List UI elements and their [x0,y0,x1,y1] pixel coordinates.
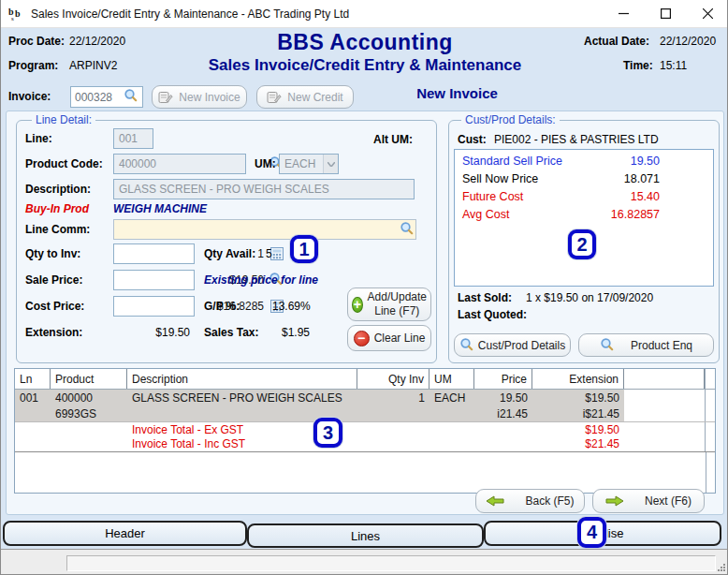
arrow-right-icon [605,495,624,507]
clear-line-button[interactable]: − Clear Line [347,325,431,351]
price-row-value: 16.82857 [611,208,660,226]
actual-date-label: Actual Date: [584,35,649,48]
gp-label: G/P %: [204,300,240,313]
table-scroll-strip[interactable] [705,436,714,451]
price-row-value: 19.50 [631,155,660,172]
sale-price-label: Sale Price: [25,273,82,287]
annotation-badge-1: 1 [290,235,318,263]
col-header-ln: Ln [15,369,51,389]
line-comm-label: Line Comm: [25,223,90,236]
tab-header[interactable]: Header [3,521,247,546]
resize-grip[interactable] [717,563,726,572]
cell-product-alt: 6993GS [51,405,127,421]
invoice-lines-table: Ln Product Description Qty Inv UM Price … [14,368,716,494]
table-scroll-strip[interactable] [705,422,714,436]
invoice-search-icon[interactable] [124,88,138,106]
svg-text:s: s [11,15,14,22]
um-value: EACH [280,157,323,170]
total-row-inc-gst: Invoice Total - Inc GST $21.45 [15,436,715,451]
next-button[interactable]: Next (F6) [592,489,705,513]
back-button[interactable]: Back (F5) [475,489,585,513]
cell-price-inc: i21.45 [474,405,532,421]
cell-price: 19.50 [474,390,532,405]
product-note: WEIGH MACHINE [113,202,207,215]
sales-tax-value: $1.95 [263,326,310,339]
cost-price-input[interactable] [114,297,269,316]
line-comm-input[interactable] [114,220,400,239]
line-detail-legend: Line Detail: [32,113,95,126]
maximize-button[interactable] [645,0,687,28]
cell-product: 400000 [51,390,127,405]
cust-prod-legend: Cust/Prod Details: [461,113,560,126]
total-inc-gst-value: $21.45 [532,436,624,451]
price-row-label: Standard Sell Price [462,155,562,172]
new-document-icon [267,91,282,104]
sale-price-field-wrap [113,270,195,290]
tab-lines[interactable]: Lines [247,523,484,548]
cost-price-field-wrap [113,296,195,317]
next-button-label: Next (F6) [645,494,692,508]
price-row-label: Avg Cost [462,208,510,226]
new-invoice-button-label: New Invoice [179,91,240,104]
invoice-number-input[interactable] [71,87,124,107]
price-row: Avg Cost 16.82857 [462,208,660,226]
total-row-ex-gst: Invoice Total - Ex GST $19.50 [15,421,715,436]
annotation-badge-2: 2 [568,229,596,259]
table-empty-area [15,451,715,494]
price-row-label: Sell Now Price [462,172,538,190]
search-icon [459,337,473,354]
product-code-field-wrap [113,154,246,174]
extension-label: Extension: [25,326,82,339]
buy-in-prod-flag: Buy-In Prod [25,202,89,215]
cell-spacer [624,390,705,405]
arrow-left-icon [486,495,504,507]
table-scroll-strip[interactable] [705,405,714,421]
table-row-continued[interactable]: 6993GS i21.45 i$21.45 [15,405,715,421]
line-number-field [113,128,153,149]
app-icon: b s b [8,6,25,22]
cust-prod-details-label: Cust/Prod Details [478,339,565,352]
app-subtitle: Sales Invoice/Credit Entry & Maintenance [1,56,728,75]
line-comm-search-icon[interactable] [400,221,414,239]
table-scroll-strip[interactable] [705,369,714,389]
line-comm-field-wrap [113,219,416,240]
cust-prod-details-button[interactable]: Cust/Prod Details [454,333,571,357]
qty-field-wrap [113,243,195,264]
product-enq-label: Product Enq [631,339,692,352]
tab-lines-label: Lines [351,529,380,543]
product-enq-button[interactable]: Product Enq [578,333,714,357]
line-label: Line: [25,132,52,145]
invoice-label: Invoice: [8,90,51,103]
close-button[interactable] [687,0,728,28]
col-header-description: Description [127,369,357,389]
time-value: 15:11 [660,59,687,72]
description-field [113,179,415,199]
description-label: Description: [25,183,91,196]
qty-to-inv-label: Qty to Inv: [25,247,80,260]
gp-value: 13.69% [272,300,311,313]
um-label: UM: [255,157,276,170]
last-quoted-label: Last Quoted: [458,308,527,321]
table-row[interactable]: 001 400000 GLASS SCREEN - PRO WEIGH SCAL… [15,390,715,405]
window-title: Sales Invoice/Credit Entry & Maintenance… [31,7,349,21]
qty-avail-label: Qty Avail: [204,247,255,260]
price-row: Future Cost 15.40 [462,190,660,208]
last-sold-label: Last Sold: [458,291,512,304]
mode-text: New Invoice [366,85,548,101]
search-icon [600,337,614,354]
status-bar [1,549,728,575]
col-header-product: Product [51,369,127,389]
status-message-panel [66,555,716,571]
add-update-line-button[interactable]: + Add/Update Line (F7) [347,288,431,321]
plus-icon: + [352,297,363,313]
table-scroll-strip[interactable] [705,390,714,405]
actual-date-value: 22/12/2020 [660,35,716,48]
new-invoice-button: New Invoice [152,85,247,109]
calculator-icon[interactable] [270,247,284,260]
total-ex-gst-value: $19.50 [532,422,624,436]
add-update-line-label-1: Add/Update [368,290,427,304]
table-scroll-strip [706,452,706,494]
minimize-button[interactable] [603,0,645,28]
chevron-down-icon [323,155,338,173]
cust-label: Cust: [458,133,487,146]
